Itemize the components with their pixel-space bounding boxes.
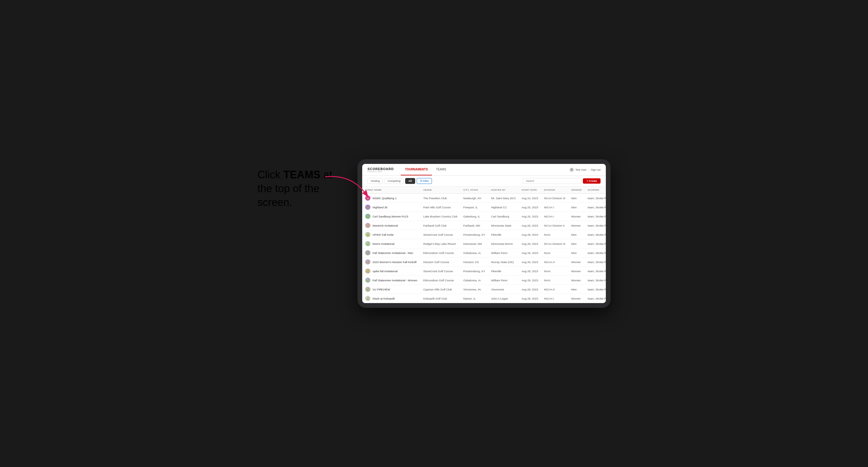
tab-tournaments[interactable]: TOURNAMENTS — [401, 164, 432, 176]
venue-cell: The Powelton Club — [420, 194, 460, 203]
city-cell: Prestonsburg, KY — [461, 230, 488, 239]
hosted-cell: Carl Sandburg — [488, 212, 519, 221]
col-start-date: START DATE — [519, 187, 541, 194]
tab-teams[interactable]: TEAMS — [432, 164, 450, 176]
hosted-cell: William Penn — [488, 276, 519, 285]
event-icon: ⛳ — [365, 232, 370, 237]
table-header: EVENT NAME VENUE CITY, STATE HOSTED BY S… — [362, 187, 606, 194]
date-cell: Aug 28, 2023 — [519, 230, 541, 239]
city-cell: Vincennes, IN — [461, 285, 488, 294]
col-venue: VENUE — [420, 187, 460, 194]
city-cell: Oskaloosa, IA — [461, 276, 488, 285]
filter-button[interactable]: ☰ Filter — [416, 178, 432, 184]
gender-cell: Men — [568, 203, 585, 212]
division-cell: NICAA I — [541, 212, 568, 221]
gender-cell: Men — [568, 248, 585, 257]
division-cell: NCAA Division III — [541, 239, 568, 248]
event-icon: ⛳ — [365, 268, 370, 274]
user-name: Test User — [576, 168, 587, 171]
table-row: ⛳ Fall Statesmen Invitational - Women Ed… — [362, 276, 606, 285]
venue-cell: StoneCrest Golf Course — [420, 267, 460, 276]
hosted-cell: Highland CC — [488, 203, 519, 212]
logo-main: SCOREBOARD — [368, 167, 394, 171]
nav-divider: | — [588, 168, 589, 171]
table-row: ⛳ 2023 Women's Hesston Fall Kickoff Hess… — [362, 257, 606, 267]
hosted-cell: Pikeville — [488, 230, 519, 239]
gender-cell: Women — [568, 257, 585, 267]
city-cell: Faribault, MN — [461, 221, 488, 230]
create-button[interactable]: + Create — [583, 178, 600, 184]
event-icon: ⛳ — [365, 241, 370, 246]
table-row: ⛳ Carl Sandburg Women FA23 Lake Bracken … — [362, 212, 606, 221]
event-name: MSMC Qualifying 1 — [372, 196, 397, 200]
tournaments-table: EVENT NAME VENUE CITY, STATE HOSTED BY S… — [362, 187, 606, 303]
division-cell: NICAA I — [541, 203, 568, 212]
venue-cell: Lake Bracken Country Club — [420, 212, 460, 221]
scoring-cell: team, Stroke Play — [585, 203, 606, 212]
table-row: ⛳ Highland 36 Park Hills Golf CourseFree… — [362, 203, 606, 212]
nav-bar: SCOREBOARD Powered by clippit TOURNAMENT… — [362, 164, 606, 176]
scoring-cell: team, Stroke Play — [585, 285, 606, 294]
table-row: ⛳ UPIKE Fall Invite StoneCrest Golf Cour… — [362, 230, 606, 239]
city-cell: Galesburg, IL — [461, 212, 488, 221]
col-gender: GENDER — [568, 187, 585, 194]
date-cell: Aug 28, 2023 — [519, 248, 541, 257]
scoring-cell: team, Stroke Play — [585, 212, 606, 221]
instruction-bold: TEAMS — [283, 168, 320, 181]
all-button[interactable]: All — [405, 178, 415, 184]
event-name: Carl Sandburg Women FA23 — [372, 215, 408, 218]
hosted-cell: Mt. Saint Mary (NY) — [488, 194, 519, 203]
venue-cell: Faribault Golf Club — [420, 221, 460, 230]
table-row: ⛳ VU PREVIEW Cypress Hills Golf ClubVinc… — [362, 285, 606, 294]
sign-out-link[interactable]: Sign out — [591, 168, 600, 171]
city-cell: Hesston, KS — [461, 257, 488, 267]
gender-cell: Women — [568, 294, 585, 303]
division-cell: NCAA Division II — [541, 221, 568, 230]
settings-icon[interactable]: ⚙ — [570, 168, 574, 172]
event-icon: ⛳ — [365, 223, 370, 228]
event-icon: ⛳ — [365, 250, 370, 255]
scoring-cell: team, Stroke Play — [585, 230, 606, 239]
event-name: UPIKE Fall Invite — [372, 233, 394, 236]
scoring-cell: team, Stroke Play — [585, 267, 606, 276]
city-cell: Freeport, IL — [461, 203, 488, 212]
division-cell: NAIA — [541, 276, 568, 285]
venue-cell: Kokopelli Golf Club — [420, 294, 460, 303]
city-cell: Deerwood, MN — [461, 239, 488, 248]
gender-cell: Women — [568, 212, 585, 221]
event-name: 2023 Women's Hesston Fall Kickoff — [372, 260, 416, 264]
search-input[interactable] — [523, 178, 581, 184]
gender-cell: Men — [568, 230, 585, 239]
scoring-cell: team, Stroke Play — [585, 276, 606, 285]
venue-cell: StoneCrest Golf Course — [420, 230, 460, 239]
venue-cell: Ruttger's Bay Lake Resort — [420, 239, 460, 248]
gender-cell: Women — [568, 221, 585, 230]
col-scoring: SCORING — [585, 187, 606, 194]
scoring-cell: team, Stroke Play — [585, 194, 606, 203]
nav-tabs: TOURNAMENTS TEAMS — [401, 164, 450, 176]
date-cell: Aug 28, 2023 — [519, 257, 541, 267]
date-cell: Aug 28, 2023 — [519, 276, 541, 285]
division-cell: NCAA Division III — [541, 194, 568, 203]
tablet-screen: SCOREBOARD Powered by clippit TOURNAMENT… — [362, 164, 606, 303]
event-icon: ⛳ — [365, 214, 370, 219]
hosted-cell: John A Logan — [488, 294, 519, 303]
scoring-cell: team, Stroke Play — [585, 294, 606, 303]
table-row: ⛳ Maverick Invitational Faribault Golf C… — [362, 221, 606, 230]
event-name: Morris Invitational — [372, 242, 394, 245]
event-icon: ⛳ — [365, 287, 370, 292]
table-body: ⛳ MSMC Qualifying 1 The Powelton ClubNew… — [362, 194, 606, 303]
venue-cell: Park Hills Golf Course — [420, 203, 460, 212]
competing-button[interactable]: Competing — [384, 178, 404, 184]
event-name: VU PREVIEW — [372, 288, 390, 291]
hosted-cell: Minnesota State — [488, 221, 519, 230]
venue-cell: Edmundson Golf Course — [420, 276, 460, 285]
date-cell: Aug 28, 2023 — [519, 285, 541, 294]
hosted-cell: William Penn — [488, 248, 519, 257]
event-icon: ⛳ — [365, 278, 370, 283]
event-name: upike fall invitational — [372, 270, 398, 273]
division-cell: NAIA — [541, 267, 568, 276]
venue-cell: Hesston Golf Course — [420, 257, 460, 267]
arrow-indicator — [316, 171, 375, 206]
hosted-cell: Minnesota-Morris — [488, 239, 519, 248]
